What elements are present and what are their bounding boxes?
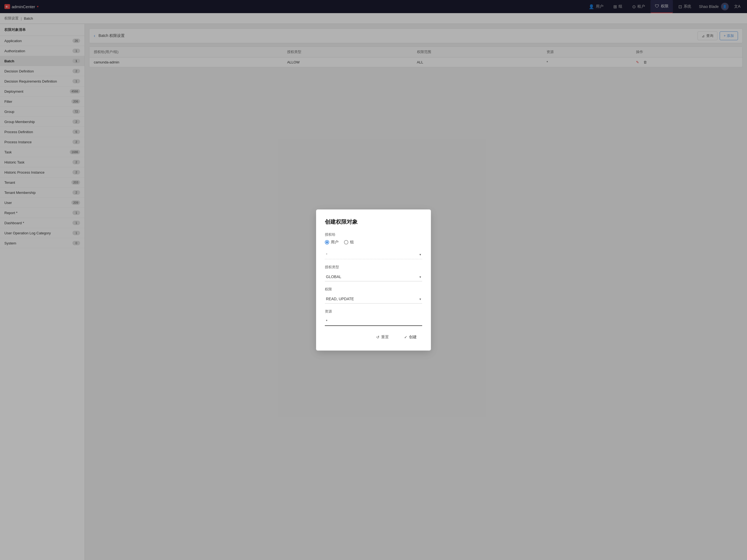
user-select-arrow-icon: ▾ xyxy=(419,253,421,256)
user-select-value: * xyxy=(326,252,327,257)
permission-label: 权限 xyxy=(325,287,422,292)
resource-field: 资源 xyxy=(325,309,422,326)
create-button[interactable]: ✓ 创建 xyxy=(398,332,422,342)
create-label: 创建 xyxy=(409,335,417,339)
resource-label: 资源 xyxy=(325,309,422,314)
auth-type-select[interactable]: GLOBAL ALLOW DENY xyxy=(325,272,422,281)
auth-type-select-wrapper: GLOBAL ALLOW DENY ▾ xyxy=(325,272,422,281)
radio-group: 用户 组 xyxy=(325,240,422,245)
grant-field: 授权给 用户 组 * ▾ xyxy=(325,232,422,259)
radio-user-circle xyxy=(325,240,329,245)
radio-user-dot xyxy=(326,241,328,244)
grant-label: 授权给 xyxy=(325,232,422,237)
permission-select-wrapper: READ, UPDATE ▾ xyxy=(325,295,422,304)
radio-group-circle xyxy=(344,240,349,245)
create-icon: ✓ xyxy=(404,335,407,339)
radio-user-label: 用户 xyxy=(331,240,338,245)
radio-group[interactable]: 组 xyxy=(344,240,354,245)
radio-group-label: 组 xyxy=(350,240,354,245)
permission-field: 权限 READ, UPDATE ▾ xyxy=(325,287,422,304)
modal-overlay[interactable]: 创建权限对象 授权给 用户 组 * ▾ 授权类型 xyxy=(0,0,747,560)
modal-title: 创建权限对象 xyxy=(325,218,422,226)
modal-actions: ↺ 重置 ✓ 创建 xyxy=(325,332,422,342)
auth-type-label: 授权类型 xyxy=(325,265,422,270)
user-select[interactable]: * ▾ xyxy=(325,250,422,259)
reset-label: 重置 xyxy=(381,335,389,339)
reset-button[interactable]: ↺ 重置 xyxy=(371,332,394,342)
radio-user[interactable]: 用户 xyxy=(325,240,338,245)
auth-type-field: 授权类型 GLOBAL ALLOW DENY ▾ xyxy=(325,265,422,281)
resource-input-wrapper xyxy=(325,316,422,326)
reset-icon: ↺ xyxy=(376,335,380,339)
create-permission-modal: 创建权限对象 授权给 用户 组 * ▾ 授权类型 xyxy=(316,209,431,351)
permission-select[interactable]: READ, UPDATE xyxy=(325,295,422,304)
resource-input[interactable] xyxy=(325,316,422,326)
